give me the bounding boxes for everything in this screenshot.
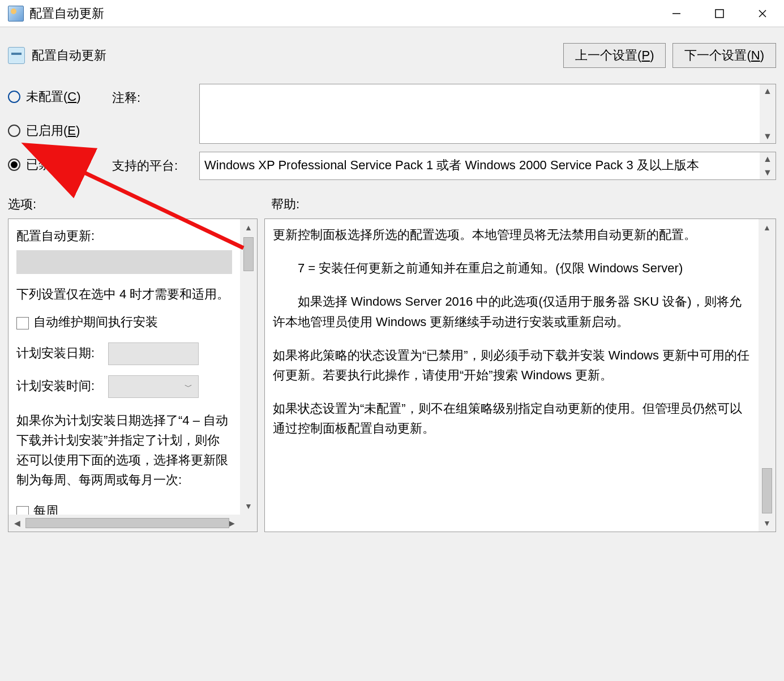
scroll-up-icon[interactable]: ▲	[759, 219, 776, 236]
supported-label: 支持的平台:	[112, 152, 197, 174]
schedule-note: 如果你为计划安装日期选择了“4 – 自动下载并计划安装”并指定了计划，则你还可以…	[16, 410, 232, 490]
options-note: 下列设置仅在选中 4 时才需要和适用。	[16, 284, 232, 304]
scroll-thumb[interactable]	[243, 237, 254, 271]
scroll-up-icon[interactable]: ▲	[761, 152, 774, 166]
comment-textbox[interactable]: ▲ ▼	[199, 84, 776, 144]
options-section-label: 选项:	[8, 196, 264, 213]
comment-label: 注释:	[112, 84, 197, 106]
policy-icon	[8, 47, 25, 64]
scroll-left-icon[interactable]: ◀	[8, 515, 25, 532]
scroll-down-icon[interactable]: ▼	[759, 515, 776, 532]
window-title: 配置自动更新	[29, 5, 104, 22]
radio-enabled[interactable]: 已启用(E)	[8, 122, 110, 139]
checkbox-icon	[16, 506, 29, 515]
help-section-label: 帮助:	[264, 196, 776, 213]
help-paragraph: 7 = 安装任何更新之前通知并在重启之前通知。(仅限 Windows Serve…	[273, 258, 751, 278]
checkbox-icon	[16, 317, 29, 329]
next-setting-button[interactable]: 下一个设置(N)	[672, 43, 776, 68]
scrollbar-vertical[interactable]: ▲ ▼	[760, 152, 776, 179]
scroll-down-icon[interactable]: ▼	[761, 166, 774, 179]
options-panel: 配置自动更新: 下列设置仅在选中 4 时才需要和适用。 自动维护期间执行安装 计…	[8, 219, 258, 532]
previous-setting-button[interactable]: 上一个设置(P)	[563, 43, 666, 68]
radio-icon	[8, 159, 20, 171]
scroll-up-icon[interactable]: ▲	[240, 219, 257, 236]
help-paragraph: 如果将此策略的状态设置为“已禁用”，则必须手动下载并安装 Windows 更新中…	[273, 345, 751, 385]
radio-icon	[8, 91, 20, 103]
scrollbar-vertical[interactable]: ▲ ▼	[760, 84, 776, 143]
supported-platform-box: Windows XP Professional Service Pack 1 或…	[199, 152, 776, 180]
radio-icon	[8, 125, 20, 137]
weekly-checkbox-row[interactable]: 每周	[16, 501, 232, 515]
policy-title: 配置自动更新	[32, 47, 106, 64]
config-area: 未配置(C) 已启用(E) 已禁用(D) 注释: ▲ ▼ 支持的平台: Wind…	[0, 74, 784, 182]
install-time-dropdown[interactable]: ﹀	[108, 375, 199, 398]
help-panel: 更新控制面板选择所选的配置选项。本地管理员将无法禁用自动更新的配置。 7 = 安…	[264, 219, 776, 532]
configure-auto-update-label: 配置自动更新:	[16, 226, 232, 246]
help-vscrollbar[interactable]: ▲ ▼	[759, 219, 776, 532]
scroll-down-icon[interactable]: ▼	[240, 498, 257, 515]
scroll-down-icon[interactable]: ▼	[761, 130, 774, 143]
scroll-thumb[interactable]	[762, 468, 772, 513]
minimize-button[interactable]	[655, 0, 698, 27]
help-paragraph: 更新控制面板选择所选的配置选项。本地管理员将无法禁用自动更新的配置。	[273, 225, 751, 245]
install-time-label: 计划安装时间:	[16, 378, 95, 392]
help-paragraph: 如果状态设置为“未配置”，则不在组策略级别指定自动更新的使用。但管理员仍然可以通…	[273, 399, 751, 438]
policy-header: 配置自动更新 上一个设置(P) 下一个设置(N)	[0, 27, 784, 74]
app-icon	[8, 6, 24, 22]
maintenance-checkbox-row[interactable]: 自动维护期间执行安装	[16, 312, 232, 332]
radio-disabled[interactable]: 已禁用(D)	[8, 156, 110, 173]
scroll-thumb[interactable]	[25, 518, 229, 528]
window-titlebar: 配置自动更新	[0, 0, 784, 27]
close-button[interactable]	[741, 0, 784, 27]
install-day-label: 计划安装日期:	[16, 345, 95, 359]
scroll-up-icon[interactable]: ▲	[761, 84, 774, 98]
supported-platform-text: Windows XP Professional Service Pack 1 或…	[204, 156, 760, 176]
help-paragraph: 如果选择 Windows Server 2016 中的此选项(仅适用于服务器 S…	[273, 292, 751, 331]
install-day-dropdown[interactable]	[108, 342, 199, 365]
svg-rect-1	[716, 10, 723, 18]
maximize-button[interactable]	[698, 0, 741, 27]
scroll-corner	[240, 515, 257, 532]
options-hscrollbar[interactable]: ◀ ▶	[8, 515, 240, 532]
configure-auto-update-dropdown[interactable]	[16, 250, 232, 274]
chevron-down-icon: ﹀	[185, 380, 192, 392]
radio-not-configured[interactable]: 未配置(C)	[8, 88, 110, 105]
options-vscrollbar[interactable]: ▲ ▼	[240, 219, 257, 515]
